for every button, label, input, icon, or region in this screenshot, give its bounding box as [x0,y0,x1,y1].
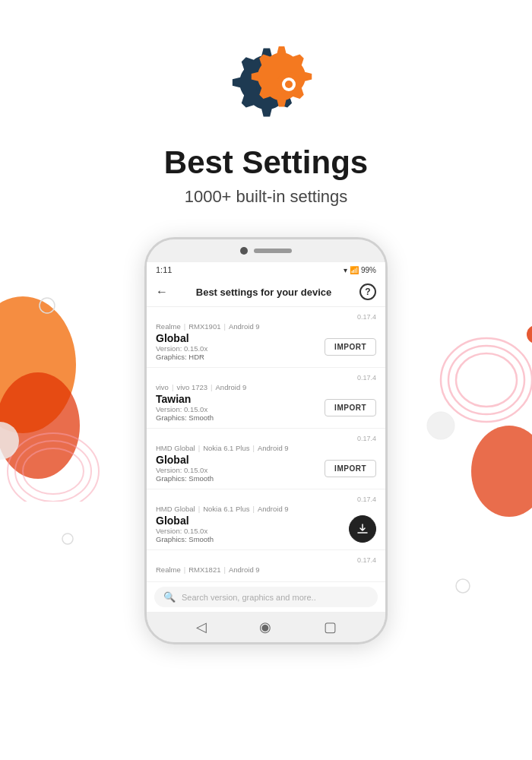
setting-row: Global Version: 0.15.0x Graphics: Smooth… [156,454,376,483]
wifi-icon: ▾ [344,266,347,274]
setting-version-tag: 0.17.4 [156,496,376,503]
setting-name: Tawian [156,393,325,405]
setting-name: Global [156,332,325,344]
battery-level: 99% [361,266,376,274]
setting-row: Global Version: 0.15.0x Graphics: HDR IM… [156,332,376,361]
search-bar[interactable]: 🔍 Search version, graphics and more.. [154,587,378,607]
setting-devices: HMD Global | Nokia 6.1 Plus | Android 9 [156,505,376,513]
settings-list: 0.17.4 Realme | RMX1901 | Android 9 Glob… [147,307,385,582]
setting-devices: Realme | RMX1901 | Android 9 [156,322,376,331]
setting-row: Global Version: 0.15.0x Graphics: Smooth [156,515,376,543]
nav-home-button[interactable]: ◉ [259,619,271,635]
setting-version-tag: 0.17.4 [156,556,376,564]
nav-back-button[interactable]: ◁ [196,619,207,635]
setting-version-tag: 0.17.4 [156,435,376,442]
phone-top-bar [147,239,385,262]
setting-devices: Realme | RMX1821 | Android 9 [156,565,376,574]
setting-graphics: Graphics: Smooth [156,535,349,543]
phone-camera [240,247,248,255]
import-active-button[interactable] [349,515,376,543]
setting-item: 0.17.4 vivo | vivo 1723 | Android 9 Tawi… [147,368,385,429]
setting-info: Global Version: 0.15.0x Graphics: HDR [156,332,325,361]
search-placeholder: Search version, graphics and more.. [182,593,316,602]
setting-name: Global [156,515,349,527]
svg-point-18 [285,81,293,88]
setting-info: Global Version: 0.15.0x Graphics: Smooth [156,515,349,543]
import-button[interactable]: IMPORT [325,399,376,416]
setting-version-tag: 0.17.4 [156,313,376,321]
search-icon: 🔍 [163,591,176,603]
import-button[interactable]: IMPORT [325,460,376,477]
setting-item: 0.17.4 Realme | RMX1901 | Android 9 Glob… [147,307,385,368]
status-icons: ▾ 📶 99% [344,266,376,274]
setting-info: Tawian Version: 0.15.0x Graphics: Smooth [156,393,325,422]
nav-recent-button[interactable]: ▢ [324,619,337,635]
setting-item: 0.17.4 Realme | RMX1821 | Android 9 [147,550,385,582]
app-icon [217,30,315,129]
setting-devices: vivo | vivo 1723 | Android 9 [156,383,376,391]
back-button[interactable]: ← [156,285,168,299]
setting-version: Version: 0.15.0x [156,466,325,474]
screen-header: ← Best settings for your device ? [147,277,385,307]
setting-row: Tawian Version: 0.15.0x Graphics: Smooth… [156,393,376,422]
app-title: Best Settings [164,144,368,181]
screen-header-title: Best settings for your device [168,287,359,298]
status-time: 1:11 [156,265,172,274]
setting-info: Global Version: 0.15.0x Graphics: Smooth [156,454,325,483]
phone-frame: 1:11 ▾ 📶 99% ← Best settings for your de… [144,237,388,644]
import-button[interactable]: IMPORT [325,338,376,356]
phone-screen: 1:11 ▾ 📶 99% ← Best settings for your de… [147,262,385,612]
top-section: Best Settings 1000+ built-in settings [0,0,532,230]
status-bar: 1:11 ▾ 📶 99% [147,262,385,277]
setting-item: 0.17.4 HMD Global | Nokia 6.1 Plus | And… [147,489,385,550]
app-subtitle: 1000+ built-in settings [185,187,348,207]
setting-version-tag: 0.17.4 [156,374,376,382]
setting-version: Version: 0.15.0x [156,344,325,353]
setting-devices: HMD Global | Nokia 6.1 Plus | Android 9 [156,444,376,452]
setting-graphics: Graphics: Smooth [156,474,325,483]
phone-mockup: 1:11 ▾ 📶 99% ← Best settings for your de… [0,237,532,644]
setting-graphics: Graphics: HDR [156,353,325,361]
setting-version: Version: 0.15.0x [156,527,349,535]
setting-version: Version: 0.15.0x [156,405,325,413]
signal-icon: 📶 [350,266,359,274]
setting-name: Global [156,454,325,466]
phone-bottom-bar: ◁ ◉ ▢ [147,612,385,642]
setting-item: 0.17.4 HMD Global | Nokia 6.1 Plus | And… [147,429,385,489]
setting-graphics: Graphics: Smooth [156,413,325,422]
phone-speaker [254,249,292,253]
help-button[interactable]: ? [359,283,376,300]
